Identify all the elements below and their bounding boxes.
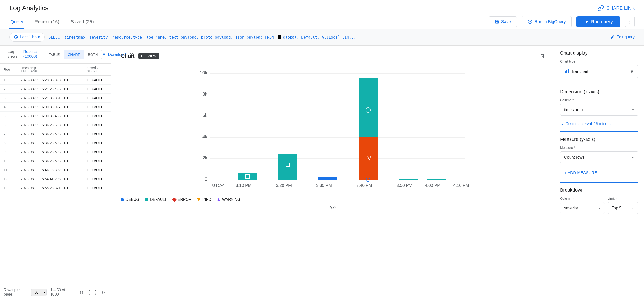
rows-per-page-select[interactable]: 50 100 200 xyxy=(31,289,46,296)
breakdown-divider xyxy=(560,182,638,183)
plus-icon: + xyxy=(560,171,562,175)
measure-divider xyxy=(560,131,638,132)
cell-row-num: 10 xyxy=(0,156,17,165)
cell-row-num: 2 xyxy=(0,85,17,94)
cell-severity: DEFAULT xyxy=(83,183,111,192)
query-bar: Last 1 hour SELECT timestamp, severity, … xyxy=(0,29,644,45)
chart-title: Chart xyxy=(120,53,134,59)
legend-info-label: INFO xyxy=(202,198,211,202)
pagination-bar: Rows per page: 50 100 200 1 – 50 of 1000… xyxy=(0,285,111,299)
cell-timestamp: 2023-08-11 15:21:28.495 EDT xyxy=(17,85,83,94)
svg-text:8k: 8k xyxy=(202,91,208,97)
first-page-button[interactable]: ⟨⟨ xyxy=(78,289,85,296)
table-row: 12 2023-08-11 15:54:41.208 EDT DEFAULT xyxy=(0,174,111,183)
cell-severity: DEFAULT xyxy=(83,94,111,102)
cell-row-num: 6 xyxy=(0,120,17,129)
run-in-bigquery-button[interactable]: Run in BigQuery xyxy=(522,16,572,27)
dimension-column-select[interactable]: timestamp xyxy=(560,104,638,116)
cell-timestamp: 2023-08-11 15:55:28.371 EDT xyxy=(17,183,83,192)
bar-chart-icon xyxy=(564,68,569,75)
custom-interval-toggle[interactable]: ⌄ Custom interval: 15 minutes xyxy=(560,121,638,126)
app-title: Log Analytics xyxy=(10,4,48,12)
svg-rect-35 xyxy=(566,70,567,73)
edit-icon xyxy=(610,35,614,39)
chart-type-select[interactable]: Bar chart ▼ xyxy=(560,65,638,78)
table-row: 3 2023-08-11 15:21:38.351 EDT DEFAULT xyxy=(0,94,111,102)
breakdown-column-select[interactable]: severity xyxy=(560,202,605,214)
legend-error-color xyxy=(172,197,176,202)
tab-results[interactable]: Results (10000) xyxy=(20,46,40,63)
cell-timestamp: 2023-08-11 15:21:38.351 EDT xyxy=(17,94,83,102)
play-icon xyxy=(584,19,589,24)
both-view-button[interactable]: BOTH xyxy=(84,50,102,59)
legend-error-label: ERROR xyxy=(178,198,192,202)
share-link-button[interactable]: SHARE LINK xyxy=(598,5,634,11)
chart-type-group: Chart type Bar chart ▼ xyxy=(560,59,638,78)
measure-title: Measure (y-axis) xyxy=(560,137,638,142)
page-navigation: ⟨⟨ ⟨ ⟩ ⟩⟩ xyxy=(78,289,107,296)
cell-timestamp: 2023-08-11 15:36:23.693 EDT xyxy=(17,138,83,147)
chart-panel: Chart PREVIEW ⇅ 10k 8k 6k 4k 2k 0 xyxy=(111,46,554,299)
tab-query[interactable]: Query xyxy=(10,14,24,29)
legend-warning-color xyxy=(217,198,220,201)
time-range-badge[interactable]: Last 1 hour xyxy=(10,33,45,41)
cell-row-num: 11 xyxy=(0,165,17,174)
last-page-button[interactable]: ⟩⟩ xyxy=(100,289,107,296)
table-row: 13 2023-08-11 15:55:28.371 EDT DEFAULT xyxy=(0,183,111,192)
breakdown-title: Breakdown xyxy=(560,187,638,193)
prev-page-button[interactable]: ⟨ xyxy=(86,289,92,296)
next-page-button[interactable]: ⟩ xyxy=(93,289,98,296)
cell-severity: DEFAULT xyxy=(83,85,111,94)
cell-row-num: 8 xyxy=(0,138,17,147)
download-icon xyxy=(102,52,106,57)
expand-button[interactable]: ⋮ xyxy=(625,16,634,27)
chart-expand-button[interactable]: ⇅ xyxy=(540,53,545,59)
svg-text:6k: 6k xyxy=(202,113,208,118)
tab-saved[interactable]: Saved (25) xyxy=(70,14,95,29)
tab-actions: Save Run in BigQuery Run query ⋮ xyxy=(489,16,634,27)
col-header-timestamp: timestamp TIMESTAMP xyxy=(17,63,83,76)
cell-severity: DEFAULT xyxy=(83,138,111,147)
col-header-severity: severity STRING xyxy=(83,63,111,76)
rows-per-page: Rows per page: 50 100 200 xyxy=(4,288,46,297)
add-measure-button[interactable]: + + ADD MEASURE xyxy=(560,169,597,177)
table-row: 9 2023-08-11 15:36:23.693 EDT DEFAULT xyxy=(0,147,111,156)
cell-row-num: 3 xyxy=(0,94,17,102)
measure-group: Measure * Count rows xyxy=(560,146,638,163)
svg-rect-14 xyxy=(238,173,257,180)
legend-debug-label: DEBUG xyxy=(126,198,139,202)
legend-debug-color xyxy=(120,198,124,201)
view-buttons: TABLE CHART BOTH xyxy=(45,50,102,59)
cell-timestamp: 2023-08-11 16:00:36.027 EDT xyxy=(17,102,83,111)
right-panel: Chart display Chart type Bar chart ▼ Dim… xyxy=(554,46,644,299)
tab-recent[interactable]: Recent (16) xyxy=(34,14,60,29)
table-row: 4 2023-08-11 16:00:36.027 EDT DEFAULT xyxy=(0,102,111,111)
chart-type-arrow: ▼ xyxy=(630,69,634,74)
chart-svg-container: 10k 8k 6k 4k 2k 0 xyxy=(120,64,545,195)
edit-query-button[interactable]: Edit query xyxy=(610,35,634,39)
chart-view-button[interactable]: CHART xyxy=(64,50,84,59)
svg-text:4k: 4k xyxy=(202,134,208,139)
cell-severity: DEFAULT xyxy=(83,156,111,165)
tab-log-views[interactable]: Log views xyxy=(5,46,20,63)
measure-select[interactable]: Count rows xyxy=(560,151,638,163)
table-row: 1 2023-08-11 15:20:35.393 EDT DEFAULT xyxy=(0,76,111,85)
run-query-button[interactable]: Run query xyxy=(576,16,620,27)
svg-text:3:40 PM: 3:40 PM xyxy=(356,183,372,188)
svg-text:3:20 PM: 3:20 PM xyxy=(276,183,292,188)
cell-severity: DEFAULT xyxy=(83,111,111,120)
table-row: 6 2023-08-11 15:36:23.693 EDT DEFAULT xyxy=(0,120,111,129)
redacted-text xyxy=(278,35,281,39)
query-text-display: SELECT timestamp, severity, resource.typ… xyxy=(48,35,606,39)
bar-chart-svg: 10k 8k 6k 4k 2k 0 xyxy=(120,64,545,194)
breakdown-limit-select[interactable]: Top 5 xyxy=(608,202,638,214)
save-button[interactable]: Save xyxy=(489,16,517,27)
share-link-icon xyxy=(598,5,604,11)
table-view-button[interactable]: TABLE xyxy=(45,50,64,59)
cell-row-num: 13 xyxy=(0,183,17,192)
legend-info: INFO xyxy=(197,198,211,202)
cell-timestamp: 2023-08-11 15:54:41.208 EDT xyxy=(17,174,83,183)
clock-icon xyxy=(14,35,18,39)
results-table: Row timestamp TIMESTAMP severity STRING xyxy=(0,63,111,192)
svg-text:3:50 PM: 3:50 PM xyxy=(396,183,412,188)
